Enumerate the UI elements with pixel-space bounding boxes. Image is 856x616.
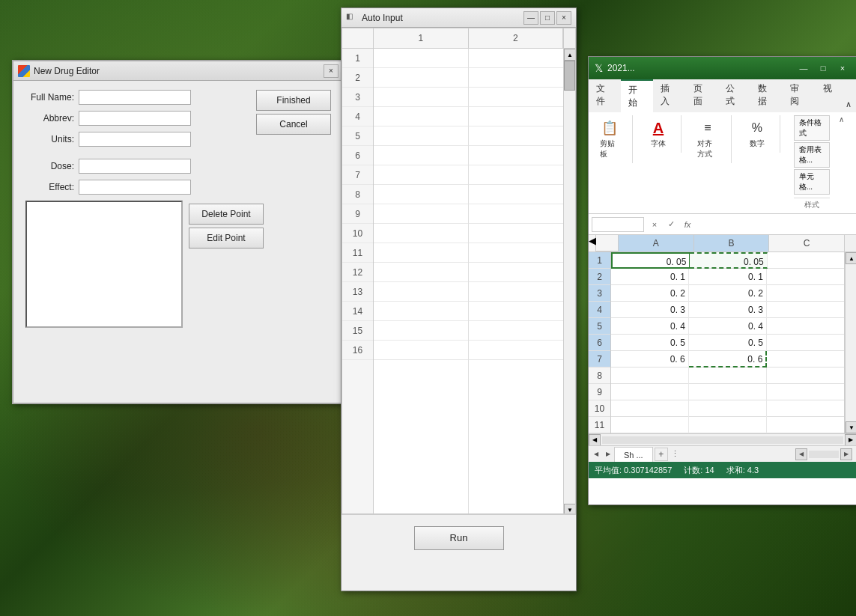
cell-c2[interactable] [767,269,845,285]
cell-12-2[interactable] [469,263,564,282]
cell-12-1[interactable] [374,263,468,282]
ribbon-table-format[interactable]: 套用表格... [794,142,830,168]
cell-b10[interactable] [689,400,767,417]
sheet-left-arrow[interactable]: ◀ [589,235,596,251]
auto-input-close-btn[interactable]: × [556,11,571,25]
sheet-right-scrollbar[interactable]: ▲ ▼ [845,252,856,433]
cell-b7[interactable]: 0. 6 [689,351,768,368]
col-header-a[interactable]: A [619,235,694,251]
sheet-scroll-track-left[interactable]: ◀ [795,448,807,460]
cell-b8[interactable] [689,368,767,384]
run-button[interactable]: Run [414,526,504,550]
cell-13-2[interactable] [469,282,564,302]
auto-input-minimize-btn[interactable]: — [523,11,538,25]
excel-maximize-btn[interactable]: □ [815,60,831,76]
excel-tab-page[interactable]: 页面 [686,79,718,112]
drug-listbox[interactable] [25,201,183,328]
delete-point-button[interactable]: Delete Point [189,204,264,225]
col-header-b[interactable]: B [694,235,770,251]
cell-14-1[interactable] [374,302,468,321]
excel-close-btn[interactable]: × [834,60,851,76]
ribbon-number-btn[interactable]: % 数字 [742,115,772,153]
dose-input[interactable] [79,159,191,174]
cell-1-2[interactable] [469,49,564,68]
sheet-tab-arrow-left[interactable]: ◀ [590,448,602,460]
cell-a3[interactable]: 0. 2 [611,285,689,302]
effect-input[interactable] [79,180,191,195]
drug-editor-titlebar[interactable]: New Drug Editor × [13,61,343,81]
cell-b5[interactable]: 0. 4 [689,318,767,335]
formula-fx-icon[interactable]: fx [680,217,695,232]
sheet-scroll-thumb[interactable] [809,451,839,458]
ribbon-cell-style[interactable]: 单元格... [794,169,830,195]
excel-minimize-btn[interactable]: — [795,60,812,76]
excel-tab-data[interactable]: 数据 [750,79,783,112]
formula-cancel-icon[interactable]: × [647,217,662,232]
ribbon-font-btn[interactable]: A 字体 [643,115,673,153]
excel-tab-review[interactable]: 审阅 [783,79,815,112]
cell-b6[interactable]: 0. 5 [689,335,767,351]
finished-button[interactable]: Finished [256,90,331,111]
ribbon-clipboard-btn[interactable]: 📋 剪贴板 [595,115,625,163]
cell-c10[interactable] [767,400,845,417]
sheet-tab-arrow-right[interactable]: ▶ [602,448,614,460]
cell-8-1[interactable] [374,185,468,204]
sheet-tab-sh[interactable]: Sh ... [614,447,653,462]
scrollbar-track[interactable] [564,61,575,504]
edit-point-button[interactable]: Edit Point [189,228,264,248]
cell-5-1[interactable] [374,126,468,146]
scrollbar-thumb[interactable] [564,61,575,91]
excel-tab-home[interactable]: 开始 [621,79,653,112]
cell-7-2[interactable] [469,165,564,185]
units-input[interactable] [79,132,191,147]
cell-b9[interactable] [689,384,767,400]
ribbon-expand-icon[interactable]: ∧ [839,115,851,127]
cell-a9[interactable] [611,384,689,400]
auto-input-titlebar[interactable]: ◧ Auto Input — □ × [342,8,576,28]
cell-c11[interactable] [767,417,845,433]
cell-8-2[interactable] [469,185,564,204]
cell-a10[interactable] [611,400,689,417]
cell-a11[interactable] [611,417,689,433]
cell-a5[interactable]: 0. 4 [611,318,689,335]
cell-6-2[interactable] [469,146,564,165]
excel-titlebar[interactable]: 𝕏 2021... — □ × [589,57,856,79]
h-scroll-right[interactable]: ▶ [845,434,856,446]
auto-input-maximize-btn[interactable]: □ [540,11,555,25]
cell-9-2[interactable] [469,204,564,224]
cell-b1[interactable]: 0. 05 [690,252,767,269]
cell-c5[interactable] [767,318,845,335]
h-scroll-track[interactable] [602,436,843,444]
cell-a4[interactable]: 0. 3 [611,302,689,318]
cell-reference-input[interactable]: A1 [592,217,644,232]
cell-c4[interactable] [767,302,845,318]
cell-11-1[interactable] [374,243,468,263]
excel-tab-formula[interactable]: 公式 [718,79,750,112]
excel-ribbon-collapse[interactable]: ∧ [841,96,856,112]
cell-9-1[interactable] [374,204,468,224]
cell-3-2[interactable] [469,88,564,107]
cell-c6[interactable] [767,335,845,351]
cell-c9[interactable] [767,384,845,400]
cell-10-2[interactable] [469,224,564,243]
cell-a6[interactable]: 0. 5 [611,335,689,351]
cell-15-1[interactable] [374,321,468,341]
excel-tab-insert[interactable]: 插入 [653,79,685,112]
grid-data-area[interactable] [374,49,563,514]
cell-3-1[interactable] [374,88,468,107]
cell-11-2[interactable] [469,243,564,263]
ribbon-conditional-format[interactable]: 条件格式 [794,115,830,141]
cell-2-2[interactable] [469,68,564,88]
formula-confirm-icon[interactable]: ✓ [664,217,679,232]
cell-14-2[interactable] [469,302,564,321]
sheet-scroll-track-right[interactable]: ▶ [840,448,852,460]
scrollbar-up-arrow[interactable]: ▲ [564,49,576,61]
drug-editor-close-btn[interactable]: × [324,64,339,78]
cancel-button[interactable]: Cancel [256,114,331,135]
scrollbar-down-arrow[interactable]: ▼ [564,504,576,514]
cell-6-1[interactable] [374,146,468,165]
cell-4-2[interactable] [469,107,564,126]
cell-c8[interactable] [767,368,845,384]
cell-c3[interactable] [767,285,845,302]
cell-b3[interactable]: 0. 2 [689,285,767,302]
